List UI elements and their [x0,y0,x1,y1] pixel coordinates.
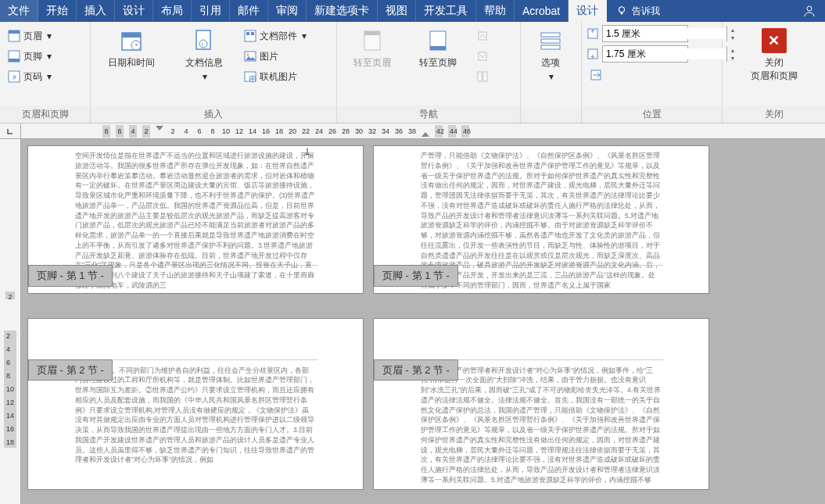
tab-selector-icon [6,127,14,135]
goto-header-button: 转至页眉 [342,23,403,70]
footer-margin-input[interactable]: ▲▼ [602,45,688,63]
ruler-corner[interactable] [0,123,21,139]
pages-viewport[interactable]: ⥙ 空间开发情位是指在世界遗产不远当的位置和区域进行旅游设施的建设，开展旅游活动… [21,139,825,504]
header-margin-icon [586,27,599,40]
tab-file[interactable]: 文件 [0,0,38,22]
nav-next-button [473,47,492,66]
page-1-bottom[interactable]: ⥙ 空间开发情位是指在世界遗产不远当的位置和区域进行旅游设施的建设，开展旅游活动… [27,145,364,294]
group-label: 导航 [337,105,520,123]
link-icon [476,70,489,83]
docinfo-button[interactable]: i 文档信息 ▾ [172,23,236,82]
svg-rect-32 [541,45,560,49]
svg-text:i: i [202,41,203,48]
datetime-button[interactable]: 日期和时间 [95,23,167,70]
anchor-icon: ⥙ [303,145,311,159]
horizontal-ruler[interactable]: 8642 2468101214161820222426283032343638 … [21,123,825,139]
indent-marker-icon[interactable] [421,132,429,137]
footer-section-tag[interactable]: 页脚 - 第 1 节 - [28,265,113,287]
page-2-bottom[interactable]: 产管理，只能借助《文物保护法》、《自然保护区条例》、《风景名胜区管理暂行条例》、… [373,145,709,294]
svg-rect-4 [9,30,20,34]
svg-rect-26 [479,32,486,40]
share-icon[interactable] [802,3,817,19]
tab-hf-design[interactable]: 设计 [569,0,607,22]
svg-rect-6 [9,59,20,62]
dropdown-arrow-icon: ▾ [549,71,554,82]
close-icon: ✕ [762,28,787,53]
header-section-tag[interactable]: 页眉 - 第 2 节 - [374,359,458,381]
tab-insert[interactable]: 插入 [77,0,115,22]
vertical-ruler[interactable]: 2 24681012141618 [0,139,21,504]
group-label [521,108,581,123]
footer-section-tag[interactable]: 页脚 - 第 1 节 - [374,265,458,287]
tab-custom[interactable]: 新建选项卡 [307,0,378,22]
dropdown-arrow-icon: ▾ [302,30,307,41]
svg-rect-23 [364,31,380,35]
svg-rect-28 [478,72,482,81]
header-button[interactable]: 页眉 ▾ [5,27,55,45]
nav-link-button [473,67,492,86]
calendar-icon [119,28,144,53]
up-icon [476,30,489,42]
options-button[interactable]: 选项 ▾ [525,23,576,82]
page-4-top[interactable]: 页眉 - 第 2 节 - 导致世界遗产的管理者和开发设计者"对心为坏事"的情况，… [373,318,709,490]
svg-rect-1 [621,13,623,15]
quickparts-button[interactable]: 文档部件 ▾ [241,27,310,45]
pagenum-button[interactable]: # 页码 ▾ [5,67,55,86]
svg-text:#: # [13,73,16,81]
svg-rect-31 [541,39,560,43]
group-label: 插入 [91,105,336,123]
titlebar: 文件 开始 插入 设计 布局 引用 邮件 审阅 新建选项卡 视图 开发工具 帮助… [0,0,825,22]
goto-footer-button[interactable]: 转至页脚 [407,23,468,70]
tab-design[interactable]: 设计 [115,0,153,22]
tab-home[interactable]: 开始 [38,0,77,22]
online-picture-button[interactable]: 联机图片 [241,67,310,86]
online-picture-icon [244,70,256,83]
nav-prev-button [473,27,492,45]
svg-rect-10 [122,33,141,38]
goto-footer-icon [425,28,450,53]
indent-marker-icon[interactable] [156,126,163,130]
down-icon [476,50,489,63]
svg-rect-25 [430,46,446,50]
dropdown-arrow-icon: ▾ [203,71,207,82]
footer-icon [8,50,20,63]
tellme[interactable]: 告诉我 [607,5,660,18]
tab-references[interactable]: 引用 [192,0,230,22]
picture-icon [244,50,256,63]
tab-acrobat[interactable]: Acrobat [515,0,569,22]
dropdown-arrow-icon: ▾ [47,30,52,41]
footer-margin-icon [586,48,599,60]
bulb-icon [616,5,627,16]
group-label: 位置 [582,105,722,123]
quickparts-icon [244,30,256,42]
align-tab-icon [590,69,602,81]
insert-tab-align-button[interactable] [586,66,688,84]
svg-rect-27 [479,52,486,60]
dropdown-arrow-icon: ▾ [47,71,52,82]
close-hf-button[interactable]: ✕ 关闭 页眉和页脚 [735,23,813,83]
header-margin-input[interactable]: ▲▼ [602,25,688,42]
tab-developer[interactable]: 开发工具 [416,0,476,22]
svg-rect-30 [541,33,560,37]
group-label: 页眉和页脚 [0,105,90,123]
tab-help[interactable]: 帮助 [476,0,515,22]
tab-view[interactable]: 视图 [378,0,416,22]
header-icon [8,30,20,42]
footer-button[interactable]: 页脚 ▾ [5,47,55,66]
picture-button[interactable]: 图片 [241,47,310,66]
tab-layout[interactable]: 布局 [153,0,192,22]
svg-rect-17 [251,32,254,35]
svg-point-2 [807,6,812,11]
svg-point-0 [619,7,625,13]
tab-review[interactable]: 审阅 [268,0,307,22]
header-section-tag[interactable]: 页眉 - 第 2 节 - [28,359,113,381]
svg-point-13 [199,40,207,48]
page-3-top[interactable]: 页眉 - 第 2 节 - ]拥挖其操作。不同的部门为维护各自的利益，往往会产生分… [27,318,364,490]
pagenum-icon: # [8,70,20,83]
svg-rect-29 [483,72,487,81]
goto-header-icon [360,28,385,53]
workspace: 8642 2468101214161820222426283032343638 … [0,123,825,504]
svg-rect-16 [246,32,249,35]
options-icon [538,28,563,53]
tab-mailings[interactable]: 邮件 [230,0,268,22]
